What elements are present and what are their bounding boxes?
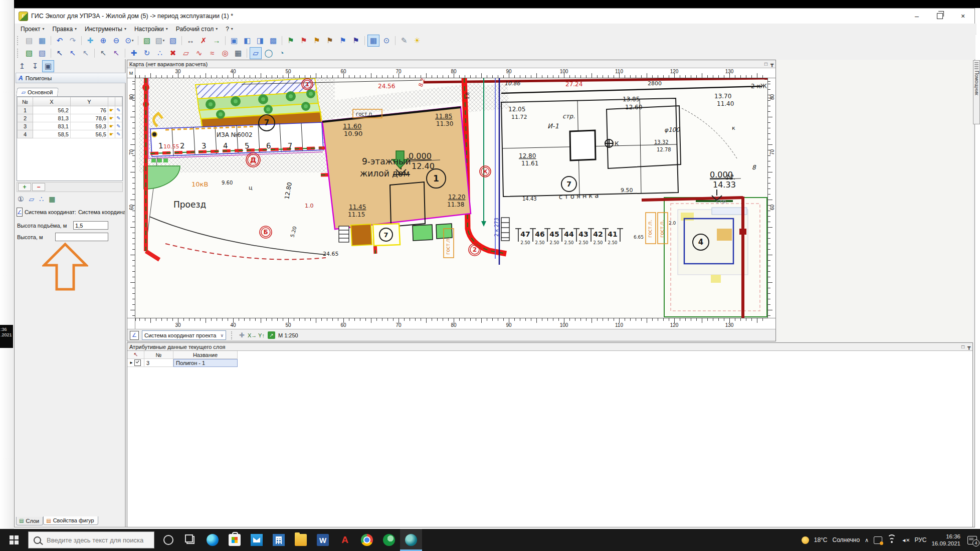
export-fragment-button[interactable]: → xyxy=(211,35,223,47)
weather-text[interactable]: Солнечно xyxy=(833,536,860,543)
select-object-button[interactable]: ↖ xyxy=(97,47,109,59)
lift-height-input[interactable] xyxy=(73,221,108,230)
wifi-icon[interactable] xyxy=(887,537,896,543)
select-link-button[interactable]: ↖ xyxy=(110,47,122,59)
edit-vertex-button[interactable]: ✎ xyxy=(115,114,122,122)
measure-button[interactable]: ↔ xyxy=(184,35,197,47)
taskbar-mail[interactable] xyxy=(246,529,268,551)
source-move-button[interactable]: ⚑ xyxy=(337,35,349,47)
tab-osnovnoy[interactable]: ▱ Основной xyxy=(16,88,59,96)
taskbar-taskview[interactable] xyxy=(179,529,202,551)
order-back-button[interactable]: ◧ xyxy=(241,35,253,47)
edit-vertex-button[interactable]: ✎ xyxy=(115,122,122,130)
visibility-checkbox[interactable] xyxy=(134,359,141,366)
source-copy-button[interactable]: ⚑ xyxy=(324,35,336,47)
taskbar-gis-active[interactable] xyxy=(400,529,422,551)
edit-polyline-button[interactable]: ∿ xyxy=(193,47,205,59)
taskbar-edge[interactable] xyxy=(202,529,224,551)
assistant-tab[interactable]: Помощник xyxy=(973,60,980,124)
pan-mode-button[interactable]: ✚ xyxy=(84,35,96,47)
tray-expand-icon[interactable]: ∧ xyxy=(865,537,869,543)
layer-select-button[interactable]: ▧ xyxy=(167,35,179,47)
order-front-button[interactable]: ▣ xyxy=(228,35,240,47)
edit-polygon-button[interactable]: ▱ xyxy=(180,47,192,59)
pick-on-map-button[interactable]: ☛ xyxy=(108,130,115,138)
draw-ellipse-button[interactable]: ◯ xyxy=(263,47,275,59)
vertex-y[interactable]: 76 xyxy=(71,106,108,114)
scale-object-button[interactable]: ∴ xyxy=(154,47,166,59)
pan-icon[interactable]: ✚ xyxy=(239,331,245,339)
float-window-icon[interactable]: □ xyxy=(764,61,767,67)
layers-list-button[interactable]: ▧ xyxy=(36,47,48,59)
notifications-icon[interactable]: 4 xyxy=(967,536,977,544)
start-button[interactable] xyxy=(0,529,28,551)
add-vertex-button[interactable]: + xyxy=(18,183,31,191)
remove-vertex-button[interactable]: − xyxy=(32,183,45,191)
zoom-select-button[interactable]: ⊙▾ xyxy=(123,35,135,47)
tab-слои[interactable]: ▤Слои xyxy=(16,517,43,525)
show-vertices-button[interactable]: ∴ xyxy=(39,195,44,203)
edit-vertex-button[interactable]: ✎ xyxy=(115,106,122,114)
grid-mode-button[interactable]: ▦ xyxy=(367,35,379,47)
pin-window-icon[interactable]: ┳ xyxy=(770,61,773,67)
vertex-x[interactable]: 56,2 xyxy=(33,106,71,114)
draw-polygon-button[interactable]: ▱ xyxy=(250,47,262,59)
dock-bottom-button[interactable]: ↧ xyxy=(29,60,41,72)
menu-инструменты[interactable]: Инструменты▾ xyxy=(81,25,130,34)
edit-vertex-button[interactable]: ✎ xyxy=(115,130,122,138)
select-cursor-button[interactable]: ↖ xyxy=(54,47,66,59)
delete-object-button[interactable]: ✖ xyxy=(167,47,179,59)
tray-app-icon[interactable] xyxy=(874,536,882,544)
float-panel-button[interactable]: ▣ xyxy=(42,60,54,72)
taskbar-word[interactable]: W xyxy=(312,529,334,551)
highlight-button[interactable]: ☀ xyxy=(411,35,423,47)
print-button[interactable]: ▤ xyxy=(23,35,35,47)
find-source-button[interactable]: ⊙ xyxy=(380,35,393,47)
edit-mesh-button[interactable]: ▦ xyxy=(232,47,244,59)
menu-проект[interactable]: Проект▾ xyxy=(17,25,49,34)
source-text-button[interactable]: ⚑ xyxy=(350,35,362,47)
search-input[interactable] xyxy=(46,536,148,544)
select-subtract-button[interactable]: ↖ xyxy=(80,47,92,59)
float-window-icon[interactable]: □ xyxy=(961,344,964,349)
map-canvas[interactable]: 1234567472.50462.50452.50442.50432.50422… xyxy=(135,78,767,318)
coord-system-select[interactable]: Система координат проекта ∨ xyxy=(142,330,226,340)
table-row[interactable]: ► 3 Полигон - 1 xyxy=(127,359,972,367)
select-add-button[interactable]: ↖ xyxy=(67,47,79,59)
zoom-in-button[interactable]: ⊕ xyxy=(97,35,109,47)
show-polygon-button[interactable]: ▱ xyxy=(29,195,35,203)
vertex-x[interactable]: 83,1 xyxy=(33,122,71,130)
taskbar-gis-green[interactable] xyxy=(378,529,400,551)
pick-on-map-button[interactable]: ☛ xyxy=(108,106,115,114)
vertex-numbers-button[interactable]: ① xyxy=(18,195,24,203)
repaint-button[interactable]: ✎ xyxy=(398,35,410,47)
vertex-x[interactable]: 58,5 xyxy=(33,130,71,138)
menu-правка[interactable]: Правка▾ xyxy=(49,25,81,34)
pick-on-map-button[interactable]: ☛ xyxy=(108,114,115,122)
layers-add-button[interactable]: ▧ xyxy=(23,47,35,59)
taskbar-chrome[interactable] xyxy=(356,529,378,551)
tab-свойства-фигур[interactable]: ▤Свойства фигур xyxy=(43,516,98,525)
undo-button[interactable]: ↶ xyxy=(54,35,66,47)
menu-настройки[interactable]: Настройки▾ xyxy=(130,25,172,34)
menu-рабочийстол[interactable]: Рабочий стол▾ xyxy=(172,25,222,34)
clock[interactable]: 16:36 16.09.2021 xyxy=(931,533,960,547)
order-forward-button[interactable]: ◨ xyxy=(254,35,266,47)
taskbar-cortana[interactable] xyxy=(157,529,179,551)
vertex-x[interactable]: 81,3 xyxy=(33,114,71,122)
measure-delete-button[interactable]: ✗ xyxy=(198,35,210,47)
vertex-y[interactable]: 56,5 xyxy=(71,130,108,138)
coordinate-system-button[interactable]: ∠ xyxy=(17,208,23,217)
minimize-button[interactable]: – xyxy=(905,9,928,24)
menu-?[interactable]: ?▾ xyxy=(222,25,237,34)
pick-on-map-button[interactable]: ☛ xyxy=(108,122,115,130)
save-map-button[interactable]: ▦ xyxy=(36,35,48,47)
source-remove-button[interactable]: ⚑ xyxy=(298,35,310,47)
volume-muted-icon[interactable]: ◄✕ xyxy=(901,537,909,543)
close-button[interactable]: × xyxy=(951,9,974,24)
taskbar-store[interactable] xyxy=(224,529,246,551)
dock-top-button[interactable]: ↥ xyxy=(16,60,28,72)
taskbar-calculator[interactable] xyxy=(268,529,290,551)
taskbar-search[interactable] xyxy=(28,531,154,548)
draw-pie-button[interactable]: ◔ xyxy=(276,47,288,59)
